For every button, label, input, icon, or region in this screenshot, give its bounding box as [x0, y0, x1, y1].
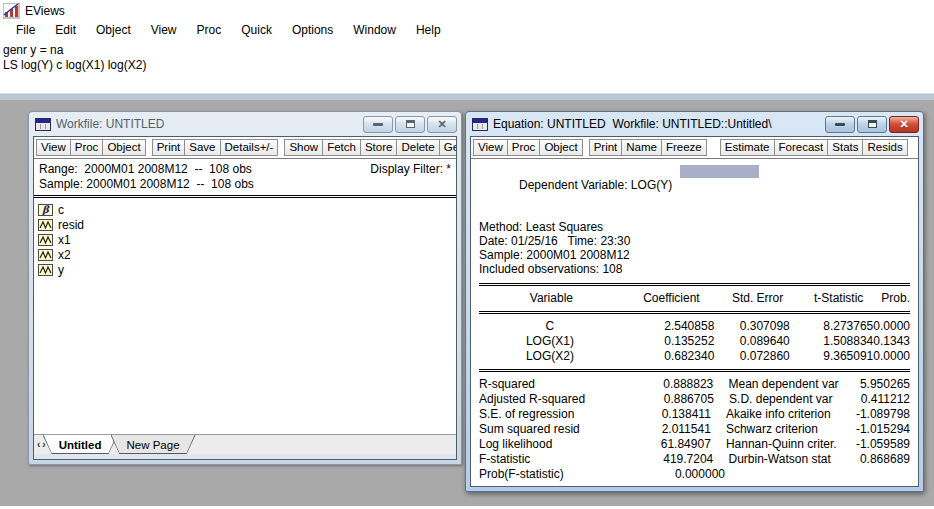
separator-double-line	[34, 195, 456, 198]
command-line-2: LS log(Y) c log(X1) log(X2)	[3, 58, 934, 73]
workfile-status-strip	[34, 454, 456, 459]
object-item-x1[interactable]: x1	[38, 232, 452, 247]
equation-window-icon	[472, 118, 488, 131]
equation-maximize-button[interactable]	[857, 116, 887, 133]
coefficient-beta-icon: β	[38, 204, 53, 216]
workfile-toolbar: View Proc Object Print Save Details+/- S…	[34, 137, 456, 159]
wf-fetch-button[interactable]: Fetch	[322, 139, 361, 156]
wf-details-button[interactable]: Details+/-	[220, 139, 279, 156]
wf-show-button[interactable]: Show	[284, 139, 323, 156]
command-workspace-divider[interactable]	[0, 93, 934, 100]
eq-forecast-button[interactable]: Forecast	[774, 139, 829, 156]
stat-row: Sum squared resid 2.011541 Schwarz crite…	[479, 422, 910, 437]
menu-item-object[interactable]: Object	[86, 20, 141, 40]
eq-proc-button[interactable]: Proc	[507, 139, 541, 156]
wf-print-button[interactable]: Print	[152, 139, 186, 156]
workfile-window-controls: ✕	[363, 116, 457, 133]
close-icon: ✕	[437, 119, 446, 130]
stat-row: Prob(F-statistic) 0.000000	[479, 467, 910, 482]
eq-resids-button[interactable]: Resids	[862, 139, 907, 156]
stat-row: Adjusted R-squared 0.886705 S.D. depende…	[479, 392, 910, 407]
eviews-application: EViews File Edit Object View Proc Quick …	[0, 0, 934, 509]
wf-proc-button[interactable]: Proc	[70, 139, 104, 156]
workfile-sample: Sample: 2000M01 2008M12 -- 108 obs	[39, 177, 254, 192]
separator-double-line	[479, 311, 910, 314]
eq-stats-button[interactable]: Stats	[827, 139, 863, 156]
series-icon	[38, 234, 53, 246]
coefficient-row-logx2: LOG(X2) 0.682340 0.072860 9.365091 0.000…	[479, 349, 910, 364]
wf-store-button[interactable]: Store	[360, 139, 398, 156]
selection-highlight	[680, 165, 759, 178]
workfile-body: View Proc Object Print Save Details+/- S…	[33, 136, 457, 460]
object-item-resid[interactable]: resid	[38, 217, 452, 232]
equation-output: Dependent Variable: LOG(Y) Method: Least…	[471, 159, 918, 486]
stat-row: R-squared 0.888823 Mean dependent var 5.…	[479, 377, 910, 392]
tab-scroll-right-icon[interactable]: ›	[42, 439, 45, 450]
workfile-range: Range: 2000M01 2008M12 -- 108 obs	[39, 162, 252, 177]
equation-window: Equation: UNTITLED Workfile: UNTITLED::U…	[465, 111, 924, 492]
menu-item-view[interactable]: View	[141, 20, 187, 40]
command-window[interactable]: genr y = na LS log(Y) c log(X1) log(X2)	[0, 41, 934, 93]
equation-close-button[interactable]: ✕	[889, 116, 919, 133]
menu-item-file[interactable]: File	[6, 20, 45, 40]
workfile-info: Range: 2000M01 2008M12 -- 108 obs Displa…	[34, 159, 456, 194]
menu-item-edit[interactable]: Edit	[45, 20, 86, 40]
dependent-variable-line: Dependent Variable: LOG(Y)	[479, 164, 910, 220]
app-title: EViews	[25, 4, 65, 18]
workfile-title: Workfile: UNTITLED	[56, 117, 358, 131]
separator-double-line	[479, 369, 910, 372]
equation-title: Equation: UNTITLED Workfile: UNTITLED::U…	[493, 117, 820, 131]
object-item-x2[interactable]: x2	[38, 247, 452, 262]
object-item-c[interactable]: β c	[38, 202, 452, 217]
tab-untitled[interactable]: Untitled	[43, 435, 118, 454]
equation-toolbar: View Proc Object Print Name Freeze Estim…	[471, 137, 918, 159]
date-time-line: Date: 01/25/16 Time: 23:30	[479, 234, 910, 248]
equation-minimize-button[interactable]	[825, 116, 855, 133]
sample-line: Sample: 2000M01 2008M12	[479, 248, 910, 262]
tab-scroll-left-icon[interactable]: ‹	[37, 439, 40, 450]
close-icon: ✕	[899, 119, 908, 130]
separator-double-line	[479, 283, 910, 286]
workfile-minimize-button[interactable]	[363, 116, 393, 133]
workfile-object-list: β c resid x1 x2	[34, 199, 456, 434]
tab-new-page[interactable]: New Page	[111, 435, 196, 454]
maximize-icon	[868, 120, 877, 128]
coefficient-row-logx1: LOG(X1) 0.135252 0.089640 1.508834 0.134…	[479, 334, 910, 349]
workfile-display-filter[interactable]: Display Filter: *	[370, 162, 451, 177]
wf-view-button[interactable]: View	[36, 139, 71, 156]
eq-freeze-button[interactable]: Freeze	[661, 139, 707, 156]
wf-object-button[interactable]: Object	[102, 139, 145, 156]
workfile-titlebar[interactable]: Workfile: UNTITLED ✕	[29, 112, 461, 136]
menu-item-help[interactable]: Help	[406, 20, 451, 40]
series-icon	[38, 219, 53, 231]
coefficient-row-c: C 2.540858 0.307098 8.273765 0.0000	[479, 319, 910, 334]
tab-untitled-label: Untitled	[59, 439, 102, 451]
eq-view-button[interactable]: View	[473, 139, 508, 156]
workfile-tabbar: ‹ › Untitled New Page	[34, 434, 456, 454]
workfile-maximize-button[interactable]	[395, 116, 425, 133]
eq-print-button[interactable]: Print	[589, 139, 623, 156]
wf-delete-button[interactable]: Delete	[396, 139, 439, 156]
eq-name-button[interactable]: Name	[621, 139, 662, 156]
equation-titlebar[interactable]: Equation: UNTITLED Workfile: UNTITLED::U…	[466, 112, 923, 136]
workfile-window-icon	[35, 118, 51, 131]
menu-item-quick[interactable]: Quick	[231, 20, 282, 40]
wf-save-button[interactable]: Save	[184, 139, 220, 156]
coefficient-table-header: Variable Coefficient Std. Error t-Statis…	[479, 287, 910, 310]
included-observations-line: Included observations: 108	[479, 262, 910, 276]
command-line-1: genr y = na	[3, 43, 934, 58]
wf-genr-button[interactable]: Genr	[439, 139, 457, 156]
object-item-y[interactable]: y	[38, 262, 452, 277]
menu-item-window[interactable]: Window	[343, 20, 406, 40]
menu-item-options[interactable]: Options	[282, 20, 343, 40]
stat-row: S.E. of regression 0.138411 Akaike info …	[479, 407, 910, 422]
maximize-icon	[406, 120, 415, 128]
menu-item-proc[interactable]: Proc	[187, 20, 232, 40]
tab-new-page-label: New Page	[127, 439, 180, 451]
workfile-close-button[interactable]: ✕	[427, 116, 457, 133]
app-titlebar[interactable]: EViews	[0, 0, 934, 19]
menu-bar: File Edit Object View Proc Quick Options…	[0, 19, 934, 41]
eq-object-button[interactable]: Object	[539, 139, 582, 156]
eq-estimate-button[interactable]: Estimate	[720, 139, 775, 156]
eviews-logo-icon	[3, 3, 20, 19]
